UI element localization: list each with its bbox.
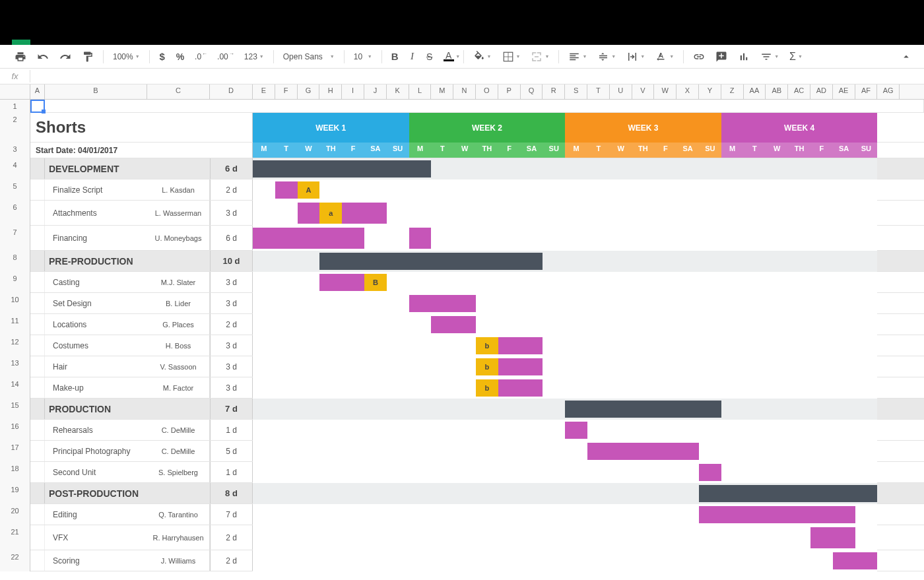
- row-number[interactable]: 18: [0, 462, 30, 483]
- zoom-select[interactable]: 100%▼: [109, 49, 144, 65]
- borders-button[interactable]: ▼: [498, 49, 525, 65]
- paint-format-button[interactable]: [78, 49, 98, 65]
- column-header[interactable]: O: [476, 84, 498, 99]
- insert-link-button[interactable]: [689, 49, 709, 65]
- duration-cell[interactable]: 2 d: [210, 525, 253, 550]
- gantt-row[interactable]: b: [253, 356, 877, 377]
- duration-cell[interactable]: 7 d: [210, 399, 253, 419]
- task-name[interactable]: Attachments: [45, 201, 147, 225]
- start-date-label[interactable]: Start Date: 04/01/2017: [30, 146, 117, 155]
- gantt-row[interactable]: [253, 462, 877, 483]
- column-header[interactable]: H: [319, 84, 342, 99]
- task-owner[interactable]: Q. Tarantino: [147, 504, 210, 525]
- task-name[interactable]: Principal Photography: [45, 441, 147, 461]
- task-name[interactable]: Hair: [45, 356, 147, 377]
- day-header[interactable]: W: [453, 143, 476, 158]
- week-header[interactable]: WEEK 2: [409, 113, 566, 143]
- row-number[interactable]: 10: [0, 293, 30, 314]
- duration-cell[interactable]: 3 d: [210, 201, 253, 225]
- column-header[interactable]: AA: [744, 84, 766, 99]
- bold-button[interactable]: B: [387, 49, 403, 65]
- column-header[interactable]: N: [453, 84, 476, 99]
- horizontal-align-button[interactable]: ▼: [564, 49, 591, 65]
- day-header[interactable]: SU: [543, 143, 565, 158]
- insert-chart-button[interactable]: [734, 49, 754, 65]
- decrease-decimal-button[interactable]: .0←: [191, 49, 211, 65]
- row-number[interactable]: 12: [0, 335, 30, 356]
- italic-button[interactable]: I: [405, 49, 420, 65]
- column-header[interactable]: AD: [810, 84, 833, 99]
- text-color-button[interactable]: A▼: [440, 49, 458, 65]
- duration-cell[interactable]: 3 d: [210, 293, 253, 313]
- column-header[interactable]: Z: [721, 84, 744, 99]
- gantt-row[interactable]: [253, 158, 877, 179]
- filter-button[interactable]: ▼: [756, 49, 783, 65]
- column-header[interactable]: E: [253, 84, 275, 99]
- task-owner[interactable]: C. DeMille: [147, 420, 210, 440]
- row-number[interactable]: 21: [0, 525, 30, 550]
- column-header[interactable]: Y: [699, 84, 721, 99]
- task-name[interactable]: Make-up: [45, 377, 147, 398]
- day-header[interactable]: F: [810, 143, 833, 158]
- duration-cell[interactable]: 2 d: [210, 550, 253, 571]
- task-name[interactable]: Casting: [45, 272, 147, 292]
- task-owner[interactable]: H. Boss: [147, 335, 210, 356]
- project-title[interactable]: Shorts: [30, 118, 86, 137]
- text-wrap-button[interactable]: ▼: [622, 49, 649, 65]
- column-header[interactable]: U: [610, 84, 632, 99]
- task-owner[interactable]: S. Spielberg: [147, 462, 210, 482]
- duration-cell[interactable]: 3 d: [210, 377, 253, 398]
- task-name[interactable]: Editing: [45, 504, 147, 525]
- percent-button[interactable]: %: [172, 49, 188, 65]
- task-owner[interactable]: R. Harryhausen: [147, 525, 210, 550]
- duration-cell[interactable]: 1 d: [210, 420, 253, 440]
- task-name[interactable]: Scoring: [45, 550, 147, 571]
- column-header[interactable]: K: [387, 84, 409, 99]
- gantt-row[interactable]: [253, 483, 877, 504]
- day-header[interactable]: SA: [676, 143, 699, 158]
- day-header[interactable]: W: [298, 143, 320, 158]
- column-header[interactable]: B: [45, 84, 147, 99]
- functions-button[interactable]: Σ▼: [785, 49, 807, 65]
- gantt-row[interactable]: [253, 525, 877, 550]
- task-owner[interactable]: L. Wasserman: [147, 201, 210, 225]
- select-all-cell[interactable]: [0, 84, 30, 99]
- task-owner[interactable]: B. Lider: [147, 293, 210, 313]
- day-header[interactable]: M: [409, 143, 432, 158]
- day-header[interactable]: M: [721, 143, 744, 158]
- spreadsheet-grid[interactable]: 12ShortsWEEK 1WEEK 2WEEK 3WEEK 43Start D…: [0, 100, 924, 571]
- day-header[interactable]: T: [431, 143, 453, 158]
- collapse-toolbar-button[interactable]: [896, 49, 916, 65]
- row-number[interactable]: 4: [0, 158, 30, 179]
- column-header[interactable]: R: [543, 84, 565, 99]
- task-owner[interactable]: J. Williams: [147, 550, 210, 571]
- column-header[interactable]: AB: [766, 84, 788, 99]
- row-number[interactable]: 22: [0, 550, 30, 571]
- column-header[interactable]: T: [587, 84, 610, 99]
- column-header[interactable]: S: [565, 84, 587, 99]
- duration-cell[interactable]: 1 d: [210, 462, 253, 482]
- gantt-row[interactable]: [253, 399, 877, 420]
- row-number[interactable]: 5: [0, 179, 30, 201]
- week-header[interactable]: WEEK 3: [565, 113, 721, 143]
- gantt-row[interactable]: [253, 420, 877, 441]
- column-header[interactable]: I: [342, 84, 364, 99]
- currency-button[interactable]: $: [155, 49, 170, 65]
- week-header[interactable]: WEEK 4: [721, 113, 878, 143]
- gantt-row[interactable]: [253, 314, 877, 335]
- task-name[interactable]: Finalize Script: [45, 179, 147, 200]
- phase-name[interactable]: DEVELOPMENT: [45, 158, 210, 179]
- column-header[interactable]: AC: [788, 84, 810, 99]
- day-header[interactable]: SU: [855, 143, 878, 158]
- duration-cell[interactable]: 7 d: [210, 504, 253, 525]
- row-number[interactable]: 19: [0, 483, 30, 504]
- gantt-row[interactable]: b: [253, 377, 877, 399]
- cell-A1[interactable]: [30, 100, 45, 113]
- day-header[interactable]: SA: [833, 143, 855, 158]
- day-header[interactable]: F: [654, 143, 676, 158]
- column-header[interactable]: Q: [521, 84, 543, 99]
- merge-cells-button[interactable]: ▼: [527, 49, 553, 65]
- format-number-button[interactable]: 123▼: [240, 49, 268, 65]
- day-header[interactable]: T: [587, 143, 610, 158]
- duration-cell[interactable]: 6 d: [210, 158, 253, 179]
